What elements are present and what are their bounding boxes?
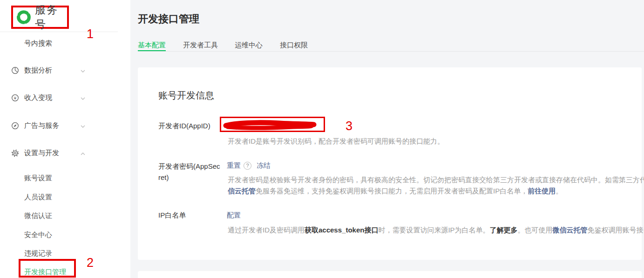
sidebar-item-account-settings[interactable]: 账号设置	[24, 174, 52, 183]
yen-circle-icon: ¥	[11, 94, 19, 102]
tab-basic-config[interactable]: 基本配置	[138, 41, 166, 50]
reset-appsecret-link[interactable]: 重置	[227, 161, 241, 170]
wechat-service-account-logo-icon[interactable]	[16, 9, 32, 25]
logo-annotation-box-1: 服务号	[11, 6, 69, 29]
sidebar-item-security-center[interactable]: 安全中心	[24, 231, 52, 239]
ip-desc-text2: 时，需要设置访问来源IP为白名单。	[378, 226, 489, 234]
ip-whitelist-label: IP白名单	[158, 211, 186, 220]
appsecret-description-line2: 信云托管免服务器免运维，支持免鉴权调用账号接口能力，无需启用开发者密码及配置IP…	[228, 187, 563, 196]
sidebar-group-settings-dev[interactable]: 设置与开发	[24, 149, 59, 158]
next-section-card	[138, 271, 642, 278]
sidebar-item-wechat-verification[interactable]: 微信认证	[24, 212, 52, 220]
appsecret-label: 开发者密码(AppSecret)	[158, 161, 221, 183]
section-title-account-dev-info: 账号开发信息	[158, 89, 214, 102]
sidebar-item-violation-records[interactable]: 违规记录	[24, 249, 52, 258]
gear-icon	[11, 149, 19, 157]
redacted-appid-value	[223, 119, 319, 131]
access-token-api-emphasis: 获取access_token接口	[305, 226, 378, 234]
configure-ip-whitelist-link[interactable]: 配置	[227, 211, 241, 220]
sidebar-item-in-account-search[interactable]: 号内搜索	[24, 39, 52, 48]
appid-description: 开发者ID是账号开发识别码，配合开发者密码可调用账号的接口能力。	[228, 137, 444, 146]
chevron-down-icon[interactable]	[80, 96, 86, 101]
appsecret-description-line1: 开发者密码是校验账号开发者身份的密码，具有极高的安全性。切记勿把密码直接交给第三…	[228, 176, 644, 185]
chevron-down-icon[interactable]	[80, 124, 86, 129]
go-to-use-link[interactable]: 前往使用	[528, 187, 556, 195]
ip-desc-text4: 免鉴权调用账号接口能力，无	[588, 226, 644, 234]
page-title: 开发接口管理	[138, 12, 199, 26]
annotation-number-2: 2	[87, 256, 94, 270]
ip-whitelist-description: 通过开发者ID及密码调用获取access_token接口时，需要设置访问来源IP…	[228, 226, 644, 235]
sidebar: 服务号 1 号内搜索 数据分析 ¥ 收入变现 广告与服务	[0, 0, 130, 278]
learn-more-link[interactable]: 了解更多	[490, 226, 518, 234]
wechat-cloud-hosting-link[interactable]: 微信云托管	[553, 226, 588, 234]
question-circle-icon[interactable]: ?	[244, 162, 251, 170]
tab-ops-center[interactable]: 运维中心	[235, 41, 263, 50]
compass-icon	[11, 122, 19, 130]
tab-api-permissions[interactable]: 接口权限	[280, 41, 308, 50]
svg-text:¥: ¥	[14, 95, 17, 100]
annotation-number-3: 3	[346, 119, 353, 133]
sidebar-group-data-analysis[interactable]: 数据分析	[24, 66, 52, 75]
pie-chart-icon	[11, 66, 19, 74]
sidebar-divider	[0, 32, 118, 32]
appsecret-desc-period: 。	[556, 187, 563, 195]
sidebar-group-ads-services[interactable]: 广告与服务	[24, 121, 59, 130]
account-type-label[interactable]: 服务号	[35, 3, 67, 32]
tabs-bottom-border	[138, 51, 644, 52]
appid-label: 开发者ID(AppID)	[158, 122, 210, 131]
annotation-number-1: 1	[87, 27, 94, 41]
freeze-appsecret-link[interactable]: 冻结	[257, 161, 271, 170]
cloud-hosting-link[interactable]: 信云托管	[228, 187, 256, 195]
sidebar-item-staff-settings[interactable]: 人员设置	[24, 193, 52, 202]
chevron-down-icon[interactable]	[80, 68, 86, 74]
sidebar-group-revenue[interactable]: 收入变现	[24, 93, 52, 102]
ip-desc-text1: 通过开发者ID及密码调用	[228, 226, 305, 234]
sidebar-item-dev-interface-management[interactable]: 开发接口管理	[24, 268, 66, 277]
ip-desc-text3: 。也可使用	[518, 226, 553, 234]
chevron-up-icon[interactable]	[80, 151, 86, 157]
tab-developer-tools[interactable]: 开发者工具	[183, 41, 218, 50]
appsecret-desc-text: 免服务器免运维，支持免鉴权调用账号接口能力，无需启用开发者密码及配置IP白名单，	[256, 187, 528, 195]
